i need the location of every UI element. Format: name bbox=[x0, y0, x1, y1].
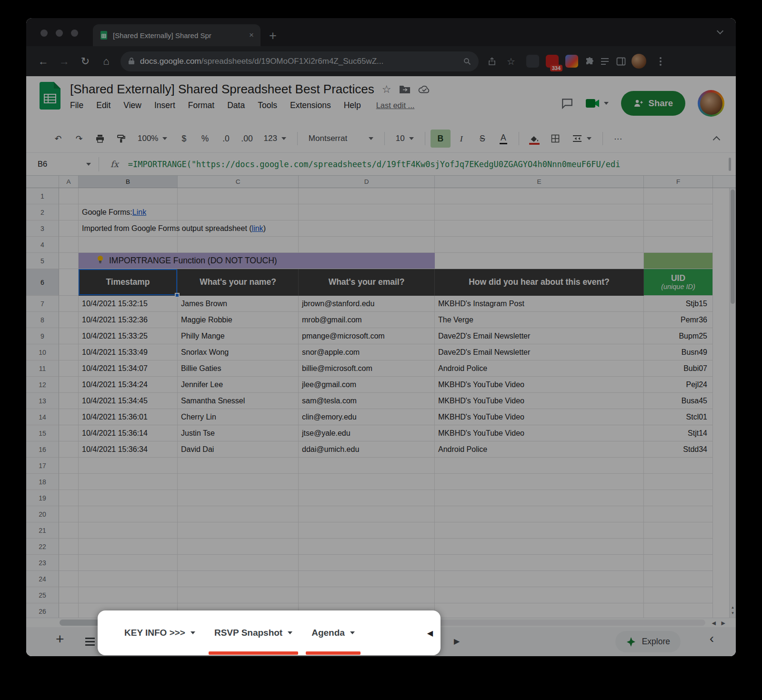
vertical-scrollbar[interactable]: ▴ ▾ bbox=[729, 188, 736, 618]
cell-A25[interactable] bbox=[59, 587, 79, 603]
browser-menu-icon[interactable] bbox=[660, 60, 662, 62]
cell-B4[interactable] bbox=[79, 237, 178, 253]
cell-D6[interactable]: What's your email? bbox=[299, 269, 435, 296]
cell-D8[interactable]: mrob@gmail.com bbox=[299, 312, 435, 328]
cell-F24[interactable] bbox=[644, 571, 713, 587]
row-header-6[interactable]: 6 bbox=[26, 269, 59, 296]
cell-A6[interactable] bbox=[59, 269, 79, 296]
cell-C23[interactable] bbox=[178, 555, 299, 571]
cell-B19[interactable] bbox=[79, 490, 178, 506]
col-header-C[interactable]: C bbox=[178, 176, 299, 188]
cell-E25[interactable] bbox=[435, 587, 644, 603]
row-header-21[interactable]: 21 bbox=[26, 522, 59, 539]
cell-A24[interactable] bbox=[59, 571, 79, 587]
share-page-icon[interactable] bbox=[482, 57, 501, 66]
col-header-F[interactable]: F bbox=[644, 176, 713, 188]
currency-format-button[interactable]: $ bbox=[174, 130, 194, 148]
browser-tab[interactable]: [Shared Externally] Shared Spr × bbox=[93, 24, 261, 46]
cell-F17[interactable] bbox=[644, 458, 713, 474]
row-header-7[interactable]: 7 bbox=[26, 296, 59, 312]
tab-close-icon[interactable]: × bbox=[249, 30, 254, 40]
menu-help[interactable]: Help bbox=[344, 100, 361, 110]
strikethrough-button[interactable]: S bbox=[472, 130, 492, 148]
reading-list-icon[interactable] bbox=[600, 57, 610, 66]
cell-B1[interactable] bbox=[79, 188, 178, 204]
cell-B12[interactable]: 10/4/2021 15:34:24 bbox=[79, 377, 178, 393]
cell-A9[interactable] bbox=[59, 328, 79, 344]
cell-B2[interactable]: Google Forms: Link bbox=[79, 204, 178, 220]
cell-F3[interactable] bbox=[644, 220, 713, 237]
cell-C24[interactable] bbox=[178, 571, 299, 587]
cell-D25[interactable] bbox=[299, 587, 435, 603]
cell-B13[interactable]: 10/4/2021 15:34:45 bbox=[79, 393, 178, 409]
sheet-tabs-next-button[interactable]: ▶ bbox=[454, 637, 460, 646]
cell-A15[interactable] bbox=[59, 425, 79, 441]
row-header-9[interactable]: 9 bbox=[26, 328, 59, 344]
cell-F18[interactable] bbox=[644, 474, 713, 490]
cell-D11[interactable]: billie@microsoft.com bbox=[299, 360, 435, 377]
cell-E2[interactable] bbox=[435, 204, 644, 220]
vertical-scrollbar-thumb[interactable] bbox=[731, 190, 735, 304]
formula-input[interactable]: =IMPORTRANGE("https://docs.google.com/sp… bbox=[128, 160, 724, 169]
row-header-4[interactable]: 4 bbox=[26, 237, 59, 253]
move-folder-icon[interactable] bbox=[399, 85, 411, 94]
cell-C22[interactable] bbox=[178, 539, 299, 555]
cell-F22[interactable] bbox=[644, 539, 713, 555]
cell-F5[interactable] bbox=[644, 253, 713, 269]
row-header-2[interactable]: 2 bbox=[26, 204, 59, 220]
cell-C17[interactable] bbox=[178, 458, 299, 474]
cell-F8[interactable]: Pemr36 bbox=[644, 312, 713, 328]
cell-A3[interactable] bbox=[59, 220, 79, 237]
cell-E4[interactable] bbox=[435, 237, 644, 253]
scroll-down-icon[interactable]: ▾ bbox=[730, 611, 736, 615]
cell-D1[interactable] bbox=[299, 188, 435, 204]
imported-from-link[interactable]: link bbox=[252, 224, 263, 233]
forward-button[interactable]: → bbox=[54, 55, 75, 68]
cell-A20[interactable] bbox=[59, 506, 79, 522]
menu-extensions[interactable]: Extensions bbox=[290, 100, 331, 110]
cell-E7[interactable]: MKBHD's Instagram Post bbox=[435, 296, 644, 312]
more-toolbar-button[interactable]: ··· bbox=[608, 130, 628, 148]
row-header-25[interactable]: 25 bbox=[26, 587, 59, 603]
importrange-banner-cell[interactable]: IMPORTRANGE Function (DO NOT TOUCH) bbox=[79, 253, 435, 269]
cell-E22[interactable] bbox=[435, 539, 644, 555]
tab-search-chevron-icon[interactable] bbox=[717, 28, 723, 34]
col-header-A[interactable]: A bbox=[59, 176, 79, 188]
row-header-26[interactable]: 26 bbox=[26, 603, 59, 618]
home-button[interactable]: ⌂ bbox=[96, 55, 117, 68]
cell-D14[interactable]: clin@emory.edu bbox=[299, 409, 435, 425]
cell-C2[interactable] bbox=[178, 204, 299, 220]
menu-data[interactable]: Data bbox=[227, 100, 245, 110]
cell-F6[interactable]: UID(unique ID) bbox=[644, 269, 713, 296]
cell-E1[interactable] bbox=[435, 188, 644, 204]
cell-E10[interactable]: Dave2D's Email Newsletter bbox=[435, 344, 644, 360]
row-header-11[interactable]: 11 bbox=[26, 360, 59, 377]
cell-A10[interactable] bbox=[59, 344, 79, 360]
row-header-15[interactable]: 15 bbox=[26, 425, 59, 441]
row-header-1[interactable]: 1 bbox=[26, 188, 59, 204]
cell-F11[interactable]: Bubi07 bbox=[644, 360, 713, 377]
sheet-tabs-prev-button[interactable]: ◀ bbox=[427, 629, 433, 638]
cell-F23[interactable] bbox=[644, 555, 713, 571]
scroll-up-icon[interactable]: ▴ bbox=[730, 605, 736, 610]
cell-B7[interactable]: 10/4/2021 15:32:15 bbox=[79, 296, 178, 312]
more-formats-button[interactable]: 123 bbox=[258, 130, 291, 148]
cell-E26[interactable] bbox=[435, 603, 644, 618]
name-box[interactable]: B6 bbox=[26, 160, 99, 169]
cell-D4[interactable] bbox=[299, 237, 435, 253]
cell-E5[interactable] bbox=[435, 253, 644, 269]
fill-handle[interactable] bbox=[175, 293, 180, 298]
cell-A7[interactable] bbox=[59, 296, 79, 312]
cell-A21[interactable] bbox=[59, 522, 79, 539]
cell-F9[interactable]: Bupm25 bbox=[644, 328, 713, 344]
cell-A4[interactable] bbox=[59, 237, 79, 253]
row-header-10[interactable]: 10 bbox=[26, 344, 59, 360]
cell-B15[interactable]: 10/4/2021 15:36:14 bbox=[79, 425, 178, 441]
cell-D17[interactable] bbox=[299, 458, 435, 474]
undo-button[interactable]: ↶ bbox=[48, 130, 68, 148]
chevron-down-icon[interactable] bbox=[190, 631, 195, 634]
cell-F14[interactable]: Stcl01 bbox=[644, 409, 713, 425]
cell-C25[interactable] bbox=[178, 587, 299, 603]
cell-A18[interactable] bbox=[59, 474, 79, 490]
cell-C14[interactable]: Cherry Lin bbox=[178, 409, 299, 425]
